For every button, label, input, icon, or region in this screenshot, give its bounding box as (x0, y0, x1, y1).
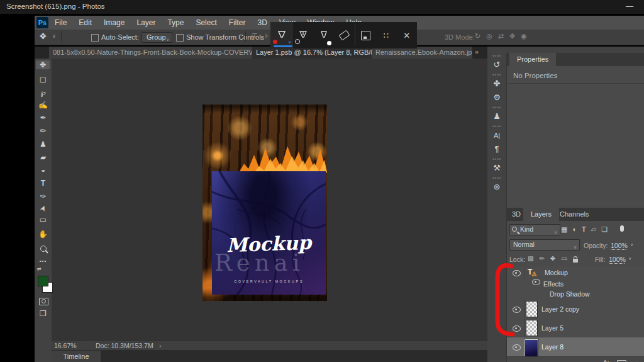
filter-toggle-switch[interactable] (620, 225, 624, 232)
clone-source-panel-icon[interactable]: ♟ (488, 110, 506, 123)
filter-shape-layers-icon[interactable]: ▱ (591, 225, 596, 234)
paragraph-panel-icon[interactable]: ¶ (488, 142, 506, 156)
drop-shadow-label[interactable]: Drop Shadow (550, 290, 590, 298)
filter-kind-dropdown[interactable]: Kind∨ (509, 224, 560, 235)
filter-type-layers-icon[interactable]: T (582, 225, 586, 234)
history-panel-icon[interactable]: ↺ (488, 58, 506, 72)
chevron-down-icon[interactable]: ∨ (628, 256, 631, 261)
camera-3d-icon[interactable]: ◉ (521, 32, 527, 40)
move-tool[interactable]: ✥ (36, 60, 50, 69)
filter-pixel-layers-icon[interactable]: ▦ (561, 225, 567, 234)
layer-row-layer-2-copy[interactable]: Layer 2 copy (507, 300, 644, 319)
swap-colors-icon[interactable]: ⇄ (37, 266, 42, 272)
lasso-tool[interactable]: ℘ (35, 88, 52, 97)
effects-label[interactable]: Effects (543, 280, 564, 288)
align-center-icon[interactable]: ⊦ (265, 32, 269, 40)
tab-properties[interactable]: Properties (509, 53, 556, 66)
quick-mask-button[interactable] (39, 298, 48, 305)
transparent-layer-thumbnail[interactable] (526, 320, 538, 336)
touch-writing-button[interactable]: ∷ (376, 22, 397, 48)
layer-row-drop-shadow[interactable]: Drop Shadow (507, 290, 644, 300)
edit-toolbar-button[interactable]: ••• (35, 258, 52, 264)
layer-row-mockup[interactable]: T⚠ Mockup (507, 266, 644, 280)
orbit-3d-icon[interactable]: ↻ (475, 32, 480, 40)
layer-name[interactable]: Layer 2 copy (541, 305, 579, 313)
save-ink-button[interactable] (355, 22, 376, 48)
menu-3d[interactable]: 3D (257, 18, 267, 27)
lock-all-icon[interactable] (573, 259, 578, 263)
quick-selection-tool[interactable]: ✍ (35, 101, 52, 110)
marquee-tool[interactable]: ▢ (35, 75, 52, 84)
ballpoint-pen-tool[interactable]: ∨ (270, 22, 293, 48)
eyedropper-tool[interactable]: ✒ (35, 113, 52, 122)
rectangle-tool[interactable]: ▭ (35, 215, 52, 224)
layer-name[interactable]: Layer 8 (541, 343, 564, 351)
link-layers-icon[interactable]: ∞ (591, 359, 596, 362)
menu-select[interactable]: Select (196, 18, 216, 27)
libraries-panel-icon[interactable]: ⊛ (488, 180, 506, 194)
tab-covervault-psd[interactable]: 081-5x8x0.50-Nature-Things-Front-Back-Bo… (49, 47, 253, 59)
minimize-button[interactable]: — (620, 0, 639, 14)
status-chevron-icon[interactable]: › (159, 342, 162, 349)
tab-timeline[interactable]: Timeline (52, 351, 101, 362)
document-image[interactable]: Renai Mockup COVERVAULT MOCKUPS (203, 105, 327, 301)
tab-overflow-chevrons[interactable]: » (475, 48, 478, 55)
text-layer-thumbnail[interactable]: T⚠ (528, 268, 538, 278)
character-panel-icon[interactable]: A| (488, 128, 506, 142)
hand-tool[interactable]: ✋ (35, 230, 52, 239)
opacity-value[interactable]: 100% (611, 242, 628, 249)
menu-filter[interactable]: Filter (229, 18, 246, 27)
canvas-area[interactable]: Renai Mockup COVERVAULT MOCKUPS (52, 59, 487, 340)
auto-select-dropdown[interactable]: Group∨ (142, 32, 172, 43)
mixer-brush-tool[interactable]: ◒ (35, 166, 52, 174)
layer-row-layer-8-selected[interactable]: Layer 8 (507, 337, 644, 357)
eraser-tool-ink[interactable] (334, 22, 355, 48)
lock-transparency-icon[interactable]: ▨ (528, 255, 533, 263)
menu-image[interactable]: Image (104, 18, 125, 27)
blend-mode-dropdown[interactable]: Normal∨ (509, 239, 580, 251)
auto-select-checkbox[interactable] (91, 34, 99, 42)
brush-settings-panel-icon[interactable]: ⚙ (488, 91, 506, 105)
clone-stamp-tool[interactable]: ♟ (35, 140, 52, 149)
lock-pixels-icon[interactable]: ✏ (539, 255, 544, 263)
visibility-toggle[interactable] (507, 266, 525, 279)
menu-file[interactable]: File (55, 18, 67, 27)
layer-name[interactable]: Mockup (545, 269, 568, 276)
foreground-color-swatch[interactable] (38, 276, 48, 286)
brushes-panel-icon[interactable]: ✤ (488, 77, 506, 91)
visibility-toggle[interactable] (507, 337, 525, 356)
menu-edit[interactable]: Edit (79, 18, 92, 27)
highlighter-pen-tool[interactable] (314, 22, 335, 48)
filter-adjustment-layers-icon[interactable]: ◐ (572, 225, 577, 234)
zoom-level-field[interactable]: 16.67% (54, 342, 77, 349)
lock-position-icon[interactable]: ✥ (550, 255, 555, 263)
visibility-toggle[interactable] (507, 300, 525, 319)
eraser-tool[interactable]: ▰ (35, 153, 52, 162)
visibility-toggle[interactable] (507, 319, 525, 337)
chevron-down-icon[interactable]: ∨ (52, 33, 56, 39)
pencil-tool[interactable] (293, 22, 314, 48)
tool-presets-panel-icon[interactable]: ⚒ (488, 161, 506, 175)
move-tool-icon[interactable]: ✥ (40, 31, 47, 41)
layer-name[interactable]: Layer 5 (541, 324, 564, 332)
pan-3d-icon[interactable]: ⇄ (498, 32, 504, 40)
close-ink-toolbar-button[interactable]: ✕ (396, 22, 417, 48)
zoom-tool[interactable] (35, 245, 52, 254)
slide-3d-icon[interactable]: ✥ (509, 32, 515, 40)
roll-3d-icon[interactable]: ◎ (486, 32, 492, 40)
layer-row-effects[interactable]: Effects (507, 279, 644, 290)
chevron-down-icon[interactable]: ∨ (630, 242, 633, 247)
menu-type[interactable]: Type (167, 18, 184, 27)
screen-mode-button[interactable]: ❐ (35, 309, 52, 318)
layer-effects-icon[interactable]: fx (604, 359, 609, 362)
filter-smart-object-icon[interactable]: ❏ (601, 225, 608, 234)
image-layer-thumbnail[interactable] (525, 339, 538, 357)
layer-row-layer-5[interactable]: Layer 5 (507, 319, 644, 338)
tab-channels[interactable]: Channels (552, 208, 596, 221)
eye-icon[interactable] (532, 279, 540, 285)
show-transform-checkbox[interactable] (176, 34, 184, 42)
transparent-layer-thumbnail[interactable] (526, 301, 538, 317)
menu-layer[interactable]: Layer (136, 18, 155, 27)
adjustment-layer-icon[interactable]: ◐ (635, 359, 638, 362)
align-top-icon[interactable]: ⊤ (252, 32, 258, 40)
